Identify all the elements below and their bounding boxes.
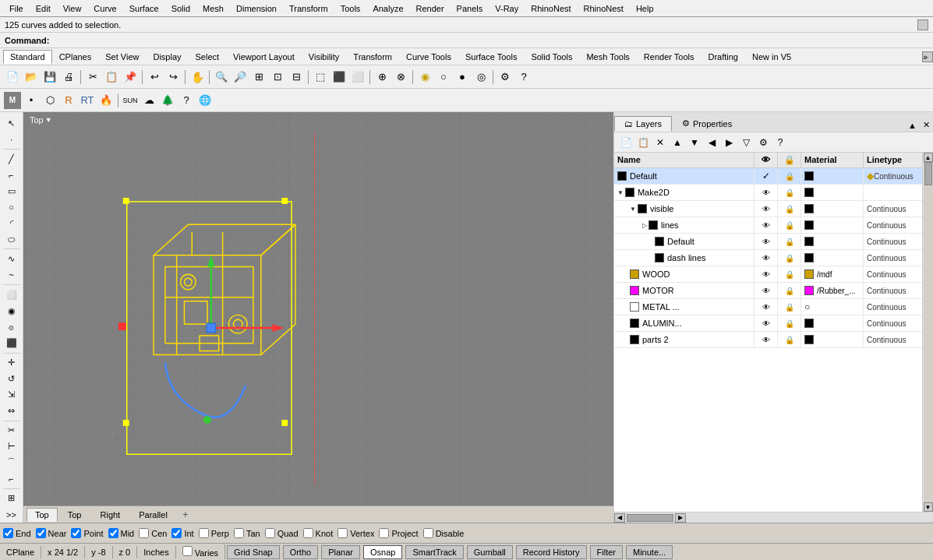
tab-display[interactable]: Display [146, 50, 188, 64]
snap-quad-checkbox[interactable] [265, 528, 275, 538]
varies-checkbox[interactable] [182, 546, 193, 556]
globe-btn[interactable]: 🌐 [196, 92, 214, 109]
snap-vertex-checkbox[interactable] [338, 528, 348, 538]
layer-vis-wood[interactable]: 👁 [755, 266, 778, 282]
layer-mat-alumin[interactable] [801, 315, 864, 331]
layer-row-metal[interactable]: METAL ... 👁 🔒 ○ Continuous [614, 299, 922, 315]
copy-btn[interactable]: 📋 [103, 69, 120, 86]
rhino-btn[interactable]: R [60, 92, 77, 109]
snap-point-checkbox[interactable] [71, 528, 81, 538]
tab-new-v5[interactable]: New in V5 [745, 50, 798, 64]
layer-mat-default-sub[interactable] [801, 234, 864, 249]
move-down-btn[interactable]: ▼ [687, 135, 702, 150]
layer-name-default-sub[interactable]: Default [614, 234, 755, 249]
layers-hscroll[interactable]: ◀ ▶ [614, 512, 933, 523]
layer-row-visible[interactable]: ▼ visible 👁 🔒 Conti [614, 201, 922, 217]
help2-btn[interactable]: ? [178, 92, 195, 109]
layer-name-visible[interactable]: ▼ visible [614, 201, 755, 217]
arc-tool[interactable]: ◜ [3, 216, 20, 231]
layer-mat-color-make2d[interactable] [804, 188, 814, 197]
layer-color-parts2[interactable] [630, 335, 639, 344]
menu-dimension[interactable]: Dimension [230, 2, 283, 15]
delete-layer-btn[interactable]: ✕ [652, 135, 668, 150]
zoom-in-btn[interactable]: 🔍 [213, 69, 230, 86]
settings-btn[interactable]: ⚙ [497, 69, 514, 86]
menu-surface[interactable]: Surface [123, 2, 165, 15]
menu-rhinonest2[interactable]: RhinoNest [578, 2, 630, 15]
layer-lock-dashlines[interactable]: 🔒 [778, 250, 801, 266]
panel-expand-btn[interactable]: ▲ [905, 119, 920, 132]
zoom-all-btn[interactable]: ⊡ [269, 69, 286, 86]
scale-tool[interactable]: ⇲ [3, 388, 20, 403]
tab-transform[interactable]: Transform [346, 50, 399, 64]
polyline-tool[interactable]: ⌐ [3, 168, 20, 183]
gumball-btn[interactable]: Gumball [467, 545, 513, 559]
tab-visibility[interactable]: Visibility [302, 50, 347, 64]
move-tool[interactable]: ✛ [3, 355, 20, 370]
sphere-tool[interactable]: ◉ [3, 304, 20, 319]
tab-standard[interactable]: Standard [3, 50, 52, 64]
rotate-tool[interactable]: ↺ [3, 372, 20, 386]
menu-analyze[interactable]: Analyze [366, 2, 409, 15]
zoom-window-btn[interactable]: ⊞ [250, 69, 267, 86]
print-btn[interactable]: 🖨 [60, 69, 77, 86]
layer-name-alumin[interactable]: ALUMIN... [614, 315, 755, 331]
layer-linetype-motor[interactable]: Continuous [864, 283, 922, 298]
pan-btn[interactable]: ✋ [189, 69, 206, 86]
layer-vis-default[interactable]: ✓ [755, 168, 778, 184]
layer-name-default[interactable]: Default [614, 168, 755, 184]
snap-btn[interactable]: ⊕ [373, 69, 391, 86]
layer-linetype-parts2[interactable]: Continuous [864, 332, 922, 347]
layer-name-lines[interactable]: ▷ lines [614, 217, 755, 233]
layer-linetype-metal[interactable]: Continuous [864, 299, 922, 315]
rendered-btn[interactable]: ⬜ [349, 69, 366, 86]
layer-mat-metal[interactable]: ○ [801, 299, 864, 315]
ellipse-tool[interactable]: ⬭ [3, 232, 20, 247]
layer-lock-default[interactable]: 🔒 [778, 168, 801, 184]
layer-color-alumin[interactable] [630, 319, 639, 328]
hscroll-thumb[interactable] [627, 514, 673, 522]
snap-cen-checkbox[interactable] [139, 528, 149, 538]
select-tool[interactable]: ↖ [3, 116, 20, 131]
layer-mat-color-visible[interactable] [804, 204, 814, 213]
layer-name-parts2[interactable]: parts 2 [614, 332, 755, 347]
menu-vray[interactable]: V-Ray [489, 2, 525, 15]
move-left-btn[interactable]: ◀ [704, 135, 719, 150]
help-toolbar-btn[interactable]: ? [515, 69, 532, 86]
grid-snap-btn[interactable]: Grid Snap [227, 545, 280, 559]
layer-row-parts2[interactable]: parts 2 👁 🔒 Continuous [614, 332, 922, 348]
tab-render-tools[interactable]: Render Tools [637, 50, 702, 64]
light-btn[interactable]: ○ [435, 69, 452, 86]
layer-name-dashlines[interactable]: dash lines [614, 250, 755, 266]
col-linetype[interactable]: Linetype [864, 153, 922, 167]
layer-mat-visible[interactable] [801, 201, 864, 217]
menu-solid[interactable]: Solid [165, 2, 196, 15]
panel-close-btn[interactable]: ✕ [920, 118, 933, 132]
snap-end-checkbox[interactable] [3, 528, 13, 538]
polygon-btn[interactable]: ⬡ [41, 92, 58, 109]
toolbar-expand-btn[interactable]: » [922, 51, 933, 62]
layer-mat-color-default[interactable] [804, 171, 814, 181]
layer-vis-default-sub[interactable]: 👁 [755, 234, 778, 249]
layer-linetype-default-sub[interactable]: Continuous [864, 234, 922, 249]
new-btn[interactable]: 📄 [4, 69, 21, 86]
material-btn[interactable]: ◉ [416, 69, 433, 86]
layer-lock-alumin[interactable]: 🔒 [778, 315, 801, 331]
line-tool[interactable]: ╱ [3, 152, 20, 167]
split-tool[interactable]: ⊢ [3, 439, 20, 454]
zoom-out-btn[interactable]: 🔎 [231, 69, 249, 86]
save-btn[interactable]: 💾 [41, 69, 58, 86]
circle-tool[interactable]: ○ [3, 200, 20, 215]
layer-row-dashlines[interactable]: dash lines 👁 🔒 Continuous [614, 250, 922, 266]
spline-tool[interactable]: ~ [3, 268, 20, 283]
cylinder-tool[interactable]: ⌾ [3, 319, 20, 334]
tab-solid-tools[interactable]: Solid Tools [524, 50, 579, 64]
col-material[interactable]: Material [801, 153, 864, 167]
layer-color-default[interactable] [617, 171, 627, 181]
paste-btn[interactable]: 📌 [122, 69, 139, 86]
layer-mat-color-default-sub[interactable] [804, 237, 814, 246]
move-right-btn[interactable]: ▶ [721, 135, 737, 150]
tree-btn[interactable]: 🌲 [159, 92, 176, 109]
layer-mat-color-dashlines[interactable] [804, 253, 814, 262]
snap2-btn[interactable]: ⊗ [392, 69, 409, 86]
